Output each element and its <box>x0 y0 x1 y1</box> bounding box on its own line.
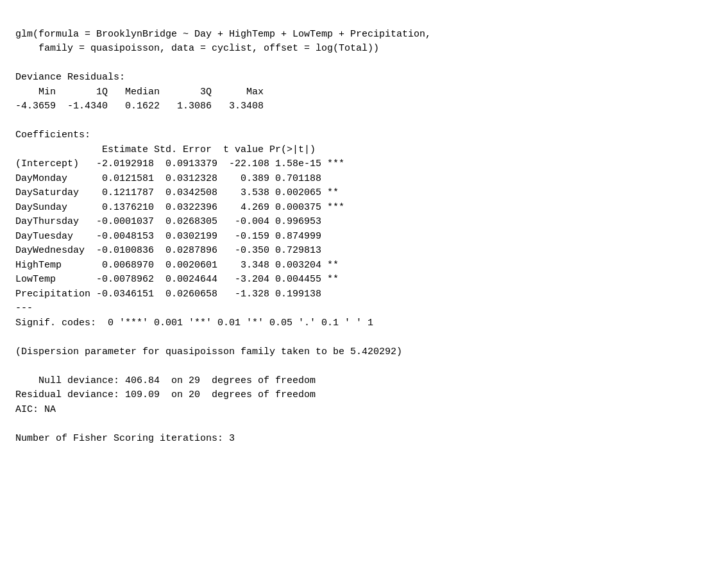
output-line-2 <box>15 56 713 71</box>
output-line-26: AIC: NA <box>15 403 713 418</box>
output-line-14: DayTuesday -0.0048153 0.0302199 -0.159 0… <box>15 230 713 244</box>
output-line-13: DayThursday -0.0001037 0.0268305 -0.004 … <box>15 215 713 230</box>
output-line-9: (Intercept) -2.0192918 0.0913379 -22.108… <box>15 157 713 172</box>
output-line-18: Precipitation -0.0346151 0.0260658 -1.32… <box>15 287 713 302</box>
output-line-25: Residual deviance: 109.09 on 20 degrees … <box>15 388 713 403</box>
output-line-21 <box>15 330 713 345</box>
output-line-15: DayWednesday -0.0100836 0.0287896 -0.350… <box>15 244 713 259</box>
output-line-8: Estimate Std. Error t value Pr(>|t|) <box>15 143 713 158</box>
output-line-27 <box>15 417 713 432</box>
output-line-5: -4.3659 -1.4340 0.1622 1.3086 3.3408 <box>15 99 713 114</box>
output-line-17: LowTemp -0.0078962 0.0024644 -3.204 0.00… <box>15 273 713 287</box>
output-line-23 <box>15 359 713 374</box>
output-line-24: Null deviance: 406.84 on 29 degrees of f… <box>15 374 713 389</box>
output-line-12: DaySunday 0.1376210 0.0322396 4.269 0.00… <box>15 201 713 216</box>
output-line-4: Min 1Q Median 3Q Max <box>15 85 713 100</box>
output-line-22: (Dispersion parameter for quasipoisson f… <box>15 345 713 360</box>
output-line-1: family = quasipoisson, data = cyclist, o… <box>15 42 713 56</box>
output-line-20: Signif. codes: 0 '***' 0.001 '**' 0.01 '… <box>15 316 713 331</box>
output-line-0: glm(formula = BrooklynBridge ~ Day + Hig… <box>15 28 713 42</box>
output-line-10: DayMonday 0.0121581 0.0312328 0.389 0.70… <box>15 172 713 187</box>
r-output: glm(formula = BrooklynBridge ~ Day + Hig… <box>15 13 713 446</box>
output-line-19: --- <box>15 302 713 316</box>
output-line-11: DaySaturday 0.1211787 0.0342508 3.538 0.… <box>15 186 713 201</box>
output-line-6 <box>15 114 713 129</box>
output-line-28: Number of Fisher Scoring iterations: 3 <box>15 432 713 447</box>
output-line-16: HighTemp 0.0068970 0.0020601 3.348 0.003… <box>15 259 713 273</box>
output-line-7: Coefficients: <box>15 128 713 143</box>
output-line-3: Deviance Residuals: <box>15 71 713 85</box>
